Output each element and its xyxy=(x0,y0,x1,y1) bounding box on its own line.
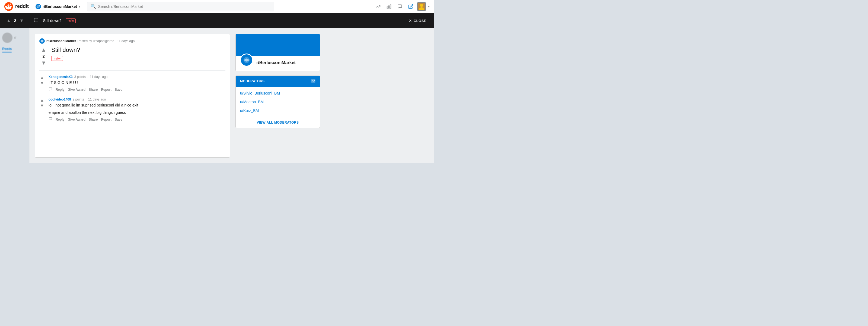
subreddit-selector[interactable]: r/BerlusconiMarket ▾ xyxy=(33,2,83,10)
right-sidebar: r/BerlusconiMarket MODERATORS u/Silvio_B… xyxy=(236,34,320,158)
navbar: reddit r/BerlusconiMarket ▾ 🔍 xyxy=(0,0,434,13)
sidebar-subreddit-card: r/BerlusconiMarket xyxy=(236,34,320,71)
pencil-icon-btn[interactable] xyxy=(406,2,415,11)
navbar-icons: ▾ xyxy=(374,2,430,11)
svg-point-9 xyxy=(420,4,423,7)
post-panel: r/BerlusconiMarket Posted by u/capodigio… xyxy=(29,28,434,163)
search-icon: 🔍 xyxy=(91,4,96,9)
main-layout: r/ Posts r/BerlusconiMarket Posted by u/… xyxy=(0,28,434,163)
comment-downvote-button[interactable]: ▼ xyxy=(40,81,44,85)
sidebar-sub-icon xyxy=(240,54,253,66)
reply-button-1[interactable]: Reply xyxy=(56,87,65,92)
left-bg-panel: r/ Posts xyxy=(0,28,29,163)
post-card: r/BerlusconiMarket Posted by u/capodigio… xyxy=(35,34,230,158)
comment-vote-col: ▲ ▼ xyxy=(39,98,45,122)
comment-author-2[interactable]: coolvideo1408 xyxy=(49,98,71,101)
report-button-2[interactable]: Report xyxy=(101,117,112,122)
post-title: Still down? xyxy=(51,47,225,54)
overlay-bar: ▲ 2 ▼ Still down? nsfw ✕ CLOSE xyxy=(0,13,434,28)
comment-time: 11 days ago xyxy=(90,75,107,79)
sidebar-sub-name[interactable]: r/BerlusconiMarket xyxy=(256,60,296,65)
mod-list: u/Silvio_Berlusconi_BM u/Macron_BM u/Kur… xyxy=(236,87,320,117)
svg-rect-7 xyxy=(387,6,388,8)
moderator-item[interactable]: u/Silvio_Berlusconi_BM xyxy=(236,89,320,98)
comment-vote-col: ▲ ▼ xyxy=(39,75,45,92)
left-sub-label: r/ xyxy=(14,36,16,40)
post-body: Still down? nsfw xyxy=(51,47,225,66)
comment: ▲ ▼ XenogenesisX3 3 points · 11 days ago… xyxy=(39,75,225,92)
comment-actions-2: Reply Give Award Share Report Save xyxy=(49,117,225,122)
give-award-button-1[interactable]: Give Award xyxy=(68,87,86,92)
reddit-wordmark: reddit xyxy=(15,3,29,9)
comments-icon[interactable] xyxy=(34,18,38,24)
post-header: r/BerlusconiMarket Posted by u/capodigio… xyxy=(39,38,225,44)
comment-body: XenogenesisX3 3 points · 11 days ago I T… xyxy=(47,75,225,92)
share-button-2[interactable]: Share xyxy=(89,117,98,122)
share-button-1[interactable]: Share xyxy=(89,87,98,92)
save-button-1[interactable]: Save xyxy=(115,87,122,92)
svg-rect-14 xyxy=(311,79,315,83)
avatar-btn[interactable] xyxy=(417,2,426,11)
moderators-card: MODERATORS u/Silvio_Berlusconi_BM u/Macr… xyxy=(236,76,320,128)
nsfw-badge: nsfw xyxy=(51,56,63,61)
post-meta: Posted by u/capodigiorno_ 11 days ago xyxy=(78,39,135,43)
trending-icon-btn[interactable] xyxy=(374,2,382,11)
reply-button-2[interactable]: Reply xyxy=(56,117,65,122)
report-button-1[interactable]: Report xyxy=(101,87,112,92)
upvote-mini-button[interactable]: ▲ xyxy=(5,17,12,24)
comment-downvote-button[interactable]: ▼ xyxy=(40,104,44,108)
comment-points-2: 2 points xyxy=(73,98,84,101)
downvote-mini-button[interactable]: ▼ xyxy=(19,17,25,24)
vote-score: 2 xyxy=(42,54,45,58)
sidebar-sub-header: r/BerlusconiMarket xyxy=(236,56,320,71)
vote-controls-mini: ▲ 2 ▼ xyxy=(5,17,25,24)
comment-text: I T S G O N E ! ! ! xyxy=(49,80,225,86)
comment-actions: Reply Give Award Share Report Save xyxy=(49,87,225,92)
downvote-button[interactable]: ▼ xyxy=(40,59,47,66)
comment-author[interactable]: XenogenesisX3 xyxy=(49,75,73,79)
post-subreddit[interactable]: r/BerlusconiMarket xyxy=(46,39,76,43)
close-label: CLOSE xyxy=(414,19,426,23)
comment: ▲ ▼ coolvideo1408 2 points · 11 days ago… xyxy=(39,98,225,122)
posts-label: Posts xyxy=(2,47,12,52)
subreddit-name: r/BerlusconiMarket xyxy=(42,4,77,9)
comment-text-2: lol , not gona lie im suprised berluscon… xyxy=(49,102,225,108)
subreddit-icon-small xyxy=(35,4,41,9)
comment-icon xyxy=(49,87,52,92)
chat-icon-btn[interactable] xyxy=(396,2,404,11)
post-main: ▲ 2 ▼ Still down? nsfw xyxy=(39,47,225,66)
comment-meta-2: coolvideo1408 2 points · 11 days ago xyxy=(49,98,225,101)
svg-rect-5 xyxy=(390,5,391,8)
dropdown-arrow-icon: ▾ xyxy=(428,5,430,8)
sidebar-banner xyxy=(236,34,320,56)
view-all-moderators-button[interactable]: VIEW ALL MODERATORS xyxy=(236,117,320,128)
comment-icon-2 xyxy=(49,117,52,122)
vote-column: ▲ 2 ▼ xyxy=(39,47,48,66)
comment-body-2: coolvideo1408 2 points · 11 days ago lol… xyxy=(47,98,225,122)
svg-rect-6 xyxy=(389,6,390,8)
comments-section: ▲ ▼ XenogenesisX3 3 points · 11 days ago… xyxy=(39,70,225,122)
mod-header: MODERATORS xyxy=(236,76,320,87)
search-bar[interactable]: 🔍 xyxy=(87,2,274,11)
comment-meta: XenogenesisX3 3 points · 11 days ago xyxy=(49,75,225,79)
close-x-icon: ✕ xyxy=(409,19,412,23)
moderator-item[interactable]: u/Kurz_BM xyxy=(236,106,320,115)
upvote-button[interactable]: ▲ xyxy=(40,47,47,53)
moderator-item[interactable]: u/Macron_BM xyxy=(236,98,320,106)
comment-text-2b: empire and apollon the next big things i… xyxy=(49,110,225,115)
search-input[interactable] xyxy=(98,4,271,9)
comment-upvote-button[interactable]: ▲ xyxy=(40,76,44,80)
comment-time-2: 11 days ago xyxy=(88,98,106,101)
svg-point-3 xyxy=(9,6,10,7)
close-button[interactable]: ✕ CLOSE xyxy=(407,18,429,24)
moderators-title: MODERATORS xyxy=(240,79,265,83)
mod-mail-icon[interactable] xyxy=(311,79,315,83)
comment-upvote-button[interactable]: ▲ xyxy=(40,98,44,102)
save-button-2[interactable]: Save xyxy=(115,117,122,122)
give-award-button-2[interactable]: Give Award xyxy=(68,117,86,122)
bar-chart-icon-btn[interactable] xyxy=(384,2,393,11)
logo[interactable]: reddit xyxy=(4,2,29,11)
comment-points: 3 points xyxy=(74,75,86,79)
divider xyxy=(29,18,29,24)
post-title-mini: Still down? xyxy=(43,19,61,23)
